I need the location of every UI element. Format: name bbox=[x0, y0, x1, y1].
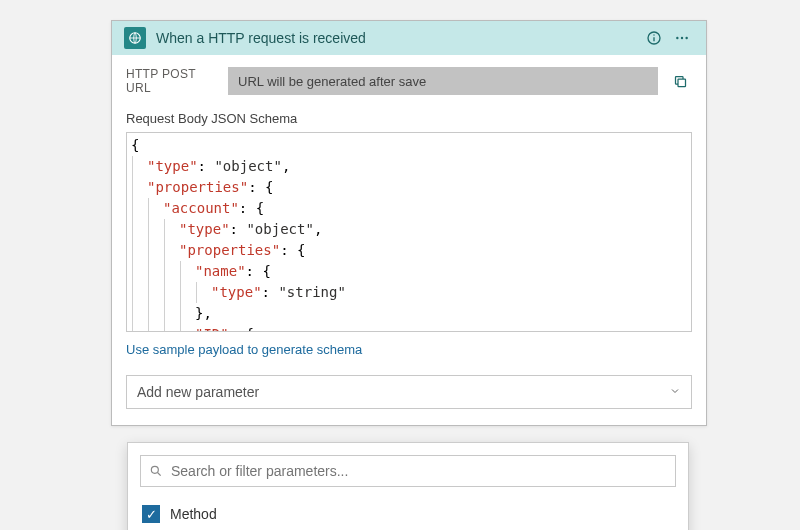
search-icon bbox=[149, 464, 163, 478]
parameter-dropdown-panel: MethodRelative path bbox=[127, 442, 689, 530]
add-parameter-label: Add new parameter bbox=[137, 384, 259, 400]
url-row: HTTP POST URL URL will be generated afte… bbox=[126, 67, 692, 95]
parameter-option-label: Method bbox=[170, 506, 217, 522]
schema-editor[interactable]: {"type": "object","properties": {"accoun… bbox=[126, 132, 692, 332]
chevron-down-icon bbox=[669, 384, 681, 400]
parameter-option[interactable]: Method bbox=[140, 499, 676, 529]
svg-line-9 bbox=[158, 473, 161, 476]
use-sample-payload-link[interactable]: Use sample payload to generate schema bbox=[126, 342, 692, 357]
add-parameter-dropdown[interactable]: Add new parameter bbox=[126, 375, 692, 409]
more-icon[interactable] bbox=[670, 26, 694, 50]
svg-point-5 bbox=[681, 37, 683, 39]
http-request-icon bbox=[124, 27, 146, 49]
checkbox[interactable] bbox=[142, 505, 160, 523]
parameter-search[interactable] bbox=[140, 455, 676, 487]
card-body: HTTP POST URL URL will be generated afte… bbox=[112, 55, 706, 425]
svg-point-6 bbox=[685, 37, 687, 39]
svg-point-4 bbox=[676, 37, 678, 39]
card-title: When a HTTP request is received bbox=[156, 30, 638, 46]
svg-rect-7 bbox=[678, 79, 686, 87]
svg-point-8 bbox=[151, 466, 158, 473]
svg-point-3 bbox=[653, 34, 654, 35]
copy-url-icon[interactable] bbox=[668, 67, 692, 95]
url-display: URL will be generated after save bbox=[228, 67, 658, 95]
info-icon[interactable] bbox=[642, 26, 666, 50]
parameter-search-input[interactable] bbox=[171, 463, 667, 479]
trigger-card: When a HTTP request is received HTTP POS… bbox=[111, 20, 707, 426]
schema-label: Request Body JSON Schema bbox=[126, 111, 692, 126]
url-label: HTTP POST URL bbox=[126, 67, 218, 95]
card-header[interactable]: When a HTTP request is received bbox=[112, 21, 706, 55]
